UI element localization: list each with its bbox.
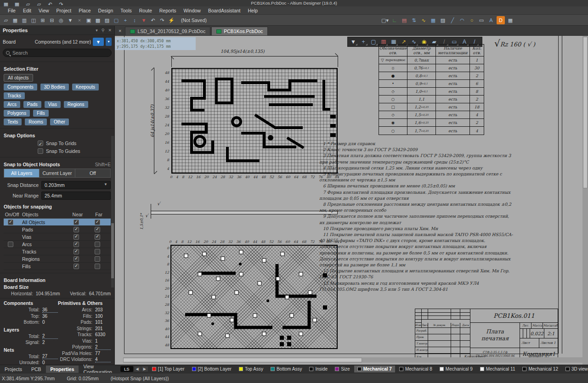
menu-item-4[interactable]: Place [75,7,94,14]
table-row[interactable]: All Objects [4,219,111,226]
near-range-input[interactable]: 25.4mm [41,192,111,200]
table-row[interactable]: Vias [4,233,111,241]
table-row[interactable]: Arcs [4,241,111,248]
table-row[interactable]: Pads [4,226,111,233]
string-icon[interactable]: A [487,16,495,24]
layer-tab[interactable]: Bottom Assy [267,366,305,372]
menu-item-3[interactable]: Project [53,7,75,14]
layer-tab[interactable]: Top Assy [236,366,266,372]
layer-tab[interactable]: Mechanical 12 [519,366,561,372]
align-icon[interactable]: ↕ [130,16,139,24]
zoom-document-icon[interactable]: ⊟ [48,16,56,24]
panel-menu-icon[interactable]: ▾ [96,28,98,33]
menu-item-7[interactable]: Route [136,7,155,14]
pen-icon[interactable]: ╱ [448,16,457,24]
far-checkbox[interactable] [95,242,100,247]
drc-icon[interactable]: ⚡ [167,16,175,24]
copy-icon[interactable]: ▣ [85,16,93,24]
segment-current-layer[interactable]: Current Layer [40,169,75,177]
filter-components-button[interactable]: Components [4,84,37,90]
rect-icon[interactable]: ▭ [477,16,486,24]
ring-icon[interactable]: ○ [468,16,476,24]
filter-keepouts-button[interactable]: Keepouts [72,84,99,90]
undo-icon[interactable]: ↶ [149,16,157,24]
menu-item-9[interactable]: Window [181,7,204,14]
paste-icon[interactable]: ▩ [94,16,102,24]
layer-next-icon[interactable]: ▶ [141,366,148,372]
pcb-editor-canvas[interactable]: x:381,450 dx:300,450 mm y:295,175 dy:421… [115,36,582,365]
filter-regions-button[interactable]: Regions [64,101,88,108]
menu-item-6[interactable]: Tools [117,7,135,14]
cross-placement-icon[interactable]: + [359,38,368,46]
menu-item-8[interactable]: Reports [156,7,180,14]
layer-tab[interactable]: Mechanical 9 [436,366,476,372]
filter-icon[interactable]: ▼ [349,38,358,46]
filter-other-button[interactable]: Other [50,118,69,125]
doc-tab[interactable]: LSD_34_20170512_09.PcbDoc [125,27,210,35]
far-checkbox[interactable] [95,256,100,262]
layer-tab[interactable]: Size [332,366,353,372]
filter-rooms-button[interactable]: Rooms [25,118,47,125]
panel-tab-projects[interactable]: Projects [0,366,27,373]
filter-vias-button[interactable]: Vias [45,101,61,108]
filter-arcs-button[interactable]: Arcs [4,101,20,108]
zoom-area-icon[interactable]: ⊞ [39,16,47,24]
onoff-checkbox[interactable] [8,242,13,247]
table-row[interactable]: Tracks [4,248,111,255]
layer-tab[interactable]: Mechanical 8 [396,366,435,372]
clear-filter-icon[interactable]: ▼ [140,16,148,24]
layer-tab[interactable]: [1] Top Layer [149,366,188,372]
snap-to-guides-checkbox[interactable] [38,148,43,154]
components-total-link[interactable]: 36 [42,307,58,313]
vertical-scrollbar[interactable] [582,36,588,365]
dxp-icon[interactable]: D [497,16,505,24]
nets-total-link[interactable]: 27 [42,354,58,359]
near-checkbox[interactable] [74,256,79,262]
filter-tracks-button[interactable]: Tracks [4,92,25,99]
table-row[interactable]: Regions [4,255,111,263]
layer-prev-icon[interactable]: ◀ [134,366,141,372]
layer-tab[interactable]: Mechanical 11 [477,366,519,372]
close-icon[interactable]: ✕ [108,28,112,33]
polygons-link[interactable]: 2 [95,344,111,350]
segment-all-layers[interactable]: All Layers [4,169,40,177]
snap-to-grids-checkbox[interactable] [38,141,43,146]
grid-icon[interactable]: ▦ [429,16,437,24]
menu-item-11[interactable]: Help [245,7,261,14]
horizontal-scrollbar[interactable] [123,357,582,363]
menu-item-5[interactable]: Design [95,7,117,14]
near-checkbox[interactable] [74,242,79,247]
print-icon[interactable]: ▥ [20,16,28,24]
menu-item-0[interactable]: File [5,7,19,14]
select-area-icon[interactable]: ▢ [112,16,120,24]
open-document-icon[interactable]: ▱ [2,16,10,24]
hatch-icon[interactable]: ▨ [439,16,447,24]
far-checkbox[interactable] [95,249,100,254]
table-row[interactable]: Fills [4,263,111,270]
mask-level-icon[interactable]: ▼ [66,16,74,24]
pin-icon[interactable]: ⚲ [102,28,105,33]
snap-distance-select[interactable]: 0.203mm▼ [41,181,111,189]
filter-texts-button[interactable]: Texts [4,118,22,125]
tune-icon[interactable]: ∿ [419,16,428,24]
close-icon[interactable]: × [115,28,125,34]
far-checkbox[interactable] [95,220,100,225]
drc-violations-link[interactable]: 4 [95,357,111,362]
onoff-checkbox[interactable] [8,220,13,225]
cross-probe-icon[interactable]: ◎ [57,16,65,24]
near-checkbox[interactable] [74,227,79,232]
layer-tab[interactable]: 3D view [562,366,588,372]
menu-item-2[interactable]: View [35,7,52,14]
near-checkbox[interactable] [74,249,79,254]
cut-icon[interactable]: × [75,16,84,24]
layer-stack-icon[interactable]: ▤ [400,16,408,24]
filter-fills-button[interactable]: Fills [33,110,49,117]
move-icon[interactable]: + [121,16,130,24]
segment-off[interactable]: Off [75,169,110,177]
filter-3dbodies-button[interactable]: 3D Bodies [40,84,69,90]
panel-tab-pcb[interactable]: PCB [27,366,46,373]
filter-all-objects-button[interactable]: All objects [4,74,33,82]
retrace-icon[interactable]: ⇅ [410,16,418,24]
near-checkbox[interactable] [74,234,79,240]
filter-pads-button[interactable]: Pads [23,101,41,108]
